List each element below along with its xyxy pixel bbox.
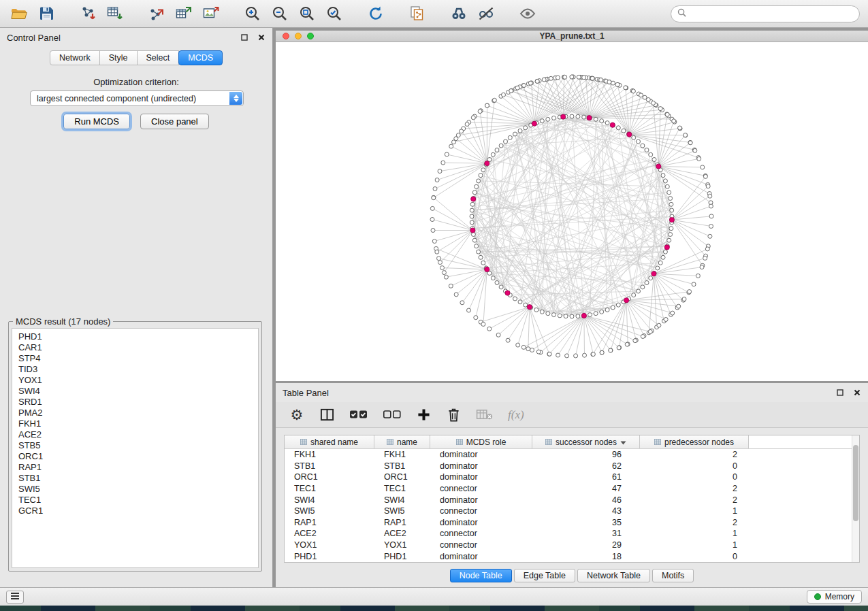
open-folder-icon[interactable] [8,3,30,24]
search-box[interactable] [671,5,860,22]
float-panel-icon[interactable] [240,33,248,42]
tab-select[interactable]: Select [137,50,180,65]
optimization-criterion-select[interactable]: largest connected component (undirected) [30,90,244,106]
close-window-icon[interactable] [283,33,289,39]
import-network-icon[interactable] [77,3,99,24]
table-row[interactable]: SWI5SWI5connector431 [285,506,859,517]
column-header-mcds-role[interactable]: MCDS role [430,435,532,448]
settings-icon[interactable]: ⚙ [289,407,304,423]
scrollbar-thumb[interactable] [853,445,858,521]
import-table-icon[interactable] [104,3,126,24]
hide-selected-icon[interactable] [475,3,497,24]
close-panel-button[interactable]: Close panel [140,114,209,129]
table-cell: STB1 [285,461,374,471]
table-cell: 35 [532,518,640,527]
float-table-panel-icon[interactable] [835,389,844,397]
tab-mcds[interactable]: MCDS [178,50,223,65]
export-table-icon[interactable] [173,3,195,24]
optimization-criterion-label: Optimization criterion: [0,77,272,87]
mcds-result-item[interactable]: ACE2 [18,429,252,440]
table-row[interactable]: YOX1YOX1connector291 [285,540,859,551]
table-row[interactable]: STB1STB1dominator620 [285,461,859,472]
close-panel-icon[interactable] [257,33,266,42]
columns-icon[interactable] [319,407,334,423]
column-header-predecessor-nodes[interactable]: predecessor nodes [640,435,749,448]
search-network-icon[interactable] [448,3,470,24]
tab-motifs[interactable]: Motifs [652,569,694,582]
zoom-window-icon[interactable] [307,33,314,39]
column-header-label: successor nodes [556,437,617,447]
table-row[interactable]: FKH1FKH1dominator962 [285,449,859,461]
network-canvas[interactable] [276,42,868,380]
mcds-result-item[interactable]: SRD1 [18,397,252,408]
table-row[interactable]: TEC1TEC1connector472 [285,483,859,495]
export-network-icon[interactable] [146,3,167,24]
table-row[interactable]: PHD1PHD1dominator180 [285,550,859,562]
combo-stepper-icon[interactable] [229,92,242,105]
export-image-icon[interactable] [200,3,222,24]
tab-style[interactable]: Style [99,50,138,65]
table-cell: connector [430,484,532,493]
mcds-result-item[interactable]: ORC1 [18,451,252,462]
table-cell: 1 [640,529,749,538]
zoom-out-icon[interactable] [269,3,291,24]
column-grid-icon [654,437,661,447]
table-header: shared namenameMCDS rolesuccessor nodesp… [285,435,859,449]
mcds-result-item[interactable]: STB1 [18,473,252,484]
tab-network-table[interactable]: Network Table [577,569,650,582]
column-header-name[interactable]: name [374,435,430,448]
network-window-titlebar[interactable]: YPA_prune.txt_1 [276,31,868,42]
save-icon[interactable] [35,3,57,24]
zoom-selected-icon[interactable] [323,3,345,24]
memory-button[interactable]: Memory [807,590,862,604]
close-table-panel-icon[interactable] [852,389,861,397]
mcds-result-item[interactable]: PHD1 [18,331,252,342]
deselect-all-icon[interactable] [383,407,401,423]
mcds-result-item[interactable]: RAP1 [18,462,252,473]
table-row[interactable]: SWI4SWI4dominator462 [285,494,859,506]
mcds-result-item[interactable]: PMA2 [18,408,252,418]
zoom-fit-icon[interactable] [296,3,318,24]
table-row[interactable]: RAP1RAP1dominator352 [285,517,859,529]
delete-icon[interactable] [446,407,461,423]
tab-node-table[interactable]: Node Table [450,569,512,582]
table-cell: dominator [430,495,532,505]
mcds-result-item[interactable]: SWI5 [18,484,252,495]
table-cell: dominator [430,472,532,482]
mcds-result-item[interactable]: YOX1 [18,375,252,386]
select-all-icon[interactable] [349,407,368,423]
table-cell: dominator [430,461,532,471]
copy-network-icon[interactable] [406,3,428,24]
function-icon[interactable]: f(x) [508,407,524,423]
show-all-icon[interactable] [517,3,539,24]
control-panel-tabs: NetworkStyleSelectMCDS [0,50,272,65]
mcds-result-item[interactable]: CAR1 [18,342,252,353]
table-panel: Table Panel ⚙f(x) shared namenameMCDS ro… [276,383,868,587]
tab-network[interactable]: Network [50,50,100,65]
table-scrollbar[interactable] [852,435,859,562]
column-header-successor-nodes[interactable]: successor nodes [532,435,640,448]
mcds-result-item[interactable]: TEC1 [18,495,252,506]
mcds-result-item[interactable]: GCR1 [18,506,252,516]
table-row[interactable]: ACE2ACE2connector311 [285,528,859,540]
mcds-result-list[interactable]: PHD1CAR1STP4TID3YOX1SWI4SRD1PMA2FKH1ACE2… [12,328,259,568]
refresh-icon[interactable] [365,3,387,24]
clear-table-icon[interactable] [476,407,493,423]
table-cell: FKH1 [374,450,430,459]
table-row[interactable]: ORC1ORC1dominator610 [285,472,859,483]
zoom-in-icon[interactable] [242,3,263,24]
mcds-result-item[interactable]: FKH1 [18,418,252,429]
panel-menu-button[interactable] [6,591,24,604]
add-icon[interactable] [416,407,431,423]
mcds-result-item[interactable]: SWI4 [18,386,252,397]
minimize-window-icon[interactable] [295,33,302,39]
tab-edge-table[interactable]: Edge Table [514,569,575,582]
run-mcds-button[interactable]: Run MCDS [63,114,130,129]
sort-arrow-icon[interactable] [620,437,626,447]
mcds-result-item[interactable]: STP4 [18,353,252,364]
column-header-shared-name[interactable]: shared name [285,435,374,448]
mcds-result-item[interactable]: STB5 [18,440,252,451]
search-input[interactable] [690,9,853,18]
mcds-result-item[interactable]: TID3 [18,364,252,375]
table-cell: ACE2 [374,529,430,538]
